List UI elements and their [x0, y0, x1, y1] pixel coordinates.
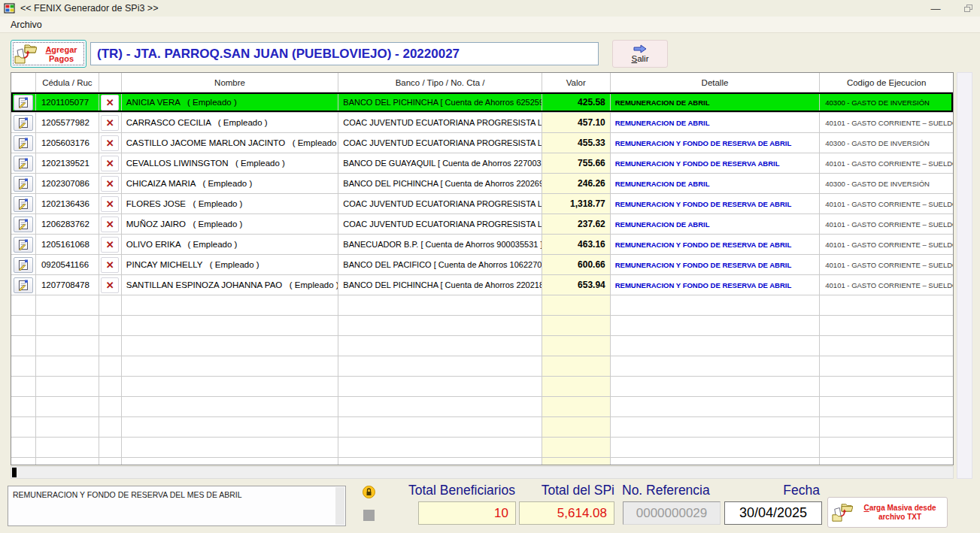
empty-cedula-cell [36, 438, 99, 457]
cell-banco: COAC JUVENTUD ECUATORIANA PROGRESISTA LT… [338, 214, 542, 234]
empty-cedula-cell [36, 458, 99, 465]
header-nombre: Nombre [122, 73, 339, 92]
empty-cedula-cell [36, 377, 99, 396]
table-row[interactable]: 1207708478✕SANTILLAN ESPINOZA JOHANNA PA… [11, 275, 953, 295]
edit-cell [11, 174, 36, 193]
empty-edit-cell [11, 316, 36, 335]
delete-row-button[interactable]: ✕ [101, 156, 119, 171]
cell-nombre: CARRASCO CECILIA ( Empleado ) [122, 113, 339, 132]
empty-row [11, 316, 953, 336]
table-row[interactable]: 1202307086✕CHICAIZA MARIA ( Empleado )BA… [11, 174, 953, 194]
app-icon [4, 2, 16, 14]
table-row[interactable]: 1205161068✕OLIVO ERIKA ( Empleado )BANEC… [11, 235, 953, 255]
referencia-label: No. Referencia [622, 483, 727, 498]
table-row[interactable]: 1202136436✕FLORES JOSE ( Empleado )COAC … [11, 194, 953, 214]
restore-button[interactable] [957, 0, 980, 17]
edit-row-button[interactable] [14, 115, 33, 131]
cell-banco: BANCO DEL PACIFICO [ Cuenta de Ahorros 1… [338, 255, 542, 274]
gray-toggle-box[interactable] [363, 510, 375, 521]
cell-detalle: REMUNERACION Y FONDO DE RESERVA DE ABRIL [611, 133, 821, 153]
cell-nombre: CHICAIZA MARIA ( Empleado ) [122, 174, 339, 193]
agregar-pagos-button[interactable]: Agregar Pagos [11, 40, 86, 68]
fecha-label: Fecha [724, 483, 820, 498]
cell-codigo: 40101 - GASTO CORRIENTE – SUELDOS [820, 153, 953, 173]
cell-valor: 755.66 [542, 153, 611, 173]
minimize-button[interactable]: — [924, 0, 948, 17]
descripcion-box[interactable]: REMUNERACION Y FONDO DE RESERVA DEL MES … [8, 486, 346, 526]
descripcion-scrollbar[interactable] [335, 487, 344, 525]
delete-row-button[interactable]: ✕ [101, 135, 119, 151]
table-row[interactable]: 1205603176✕CASTILLO JACOME MARLON JACINT… [11, 133, 953, 153]
edit-cell [11, 235, 36, 254]
empty-edit-cell [11, 397, 36, 416]
empty-valor-cell [542, 336, 611, 356]
cell-nombre: MUÑOZ JAIRO ( Empleado ) [122, 214, 339, 234]
delete-cell: ✕ [99, 133, 122, 153]
empty-detalle-cell [611, 356, 821, 376]
empty-banco-cell [338, 336, 542, 356]
delete-row-button[interactable]: ✕ [101, 237, 119, 253]
carga-masiva-button[interactable]: Carga Masiva desde archivo TXT [827, 497, 948, 528]
edit-cell [11, 275, 36, 295]
edit-row-button[interactable] [14, 237, 33, 253]
empty-nombre-cell [122, 438, 339, 457]
edit-row-button[interactable] [14, 196, 33, 212]
edit-row-button[interactable] [14, 135, 33, 151]
empty-delete-cell [99, 356, 122, 376]
edit-row-button[interactable] [14, 277, 33, 293]
empty-valor-cell [542, 458, 611, 465]
edit-cell [11, 255, 36, 274]
edit-row-button[interactable] [14, 217, 33, 232]
horizontal-scrollbar-thumb[interactable] [12, 468, 17, 477]
delete-cell: ✕ [99, 194, 122, 214]
delete-row-button[interactable]: ✕ [101, 176, 119, 192]
horizontal-scrollbar[interactable] [11, 466, 954, 479]
empty-row [11, 295, 953, 316]
empty-edit-cell [11, 295, 36, 315]
empty-valor-cell [542, 316, 611, 335]
delete-row-button[interactable]: ✕ [101, 277, 119, 293]
cell-valor: 455.33 [542, 133, 611, 153]
empty-cedula-cell [36, 417, 99, 437]
cell-detalle: REMUNERACION DE ABRIL [611, 214, 821, 234]
edit-row-button[interactable] [14, 257, 33, 273]
vertical-scrollbar[interactable] [957, 72, 972, 479]
edit-cell [11, 194, 36, 214]
empty-row [11, 438, 953, 458]
cell-valor: 1,318.77 [542, 194, 611, 214]
empty-banco-cell [338, 356, 542, 376]
empty-edit-cell [11, 417, 36, 437]
delete-row-button[interactable]: ✕ [101, 217, 119, 232]
entity-title-input[interactable] [90, 42, 599, 65]
delete-row-button[interactable]: ✕ [101, 95, 119, 111]
empty-valor-cell [542, 295, 611, 315]
empty-edit-cell [11, 356, 36, 376]
cell-cedula: 1205603176 [36, 133, 99, 153]
menu-archivo[interactable]: Archivo [8, 19, 45, 31]
delete-row-button[interactable]: ✕ [101, 115, 119, 131]
cell-codigo: 40101 - GASTO CORRIENTE – SUELDOS [820, 113, 953, 132]
delete-row-button[interactable]: ✕ [101, 196, 119, 212]
cell-detalle: REMUNERACION DE ABRIL [611, 92, 821, 112]
edit-cell [11, 133, 36, 153]
empty-nombre-cell [122, 295, 339, 315]
title-bar: << FENIX Generador de SPi3 >> [0, 0, 980, 17]
edit-row-button[interactable] [14, 156, 33, 171]
table-row[interactable]: 1202139521✕CEVALLOS LIWINSGTON ( Emplead… [11, 153, 953, 174]
empty-codigo-cell [820, 336, 953, 356]
empty-row [11, 417, 953, 438]
delete-row-button[interactable]: ✕ [101, 257, 119, 273]
empty-banco-cell [338, 397, 542, 416]
cell-nombre: CEVALLOS LIWINSGTON ( Empleado ) [122, 153, 339, 173]
fecha-value[interactable]: 30/04/2025 [724, 501, 822, 525]
edit-row-button[interactable] [14, 176, 33, 192]
salir-button[interactable]: Salir [612, 40, 668, 68]
edit-row-button[interactable] [14, 95, 33, 111]
delete-cell: ✕ [99, 113, 122, 132]
descripcion-text: REMUNERACION Y FONDO DE RESERVA DEL MES … [13, 490, 242, 499]
edit-row-icon [17, 198, 29, 210]
table-row[interactable]: 1201105077✕ANICIA VERA ( Empleado )BANCO… [11, 92, 953, 113]
table-row[interactable]: 1205577982✕CARRASCO CECILIA ( Empleado )… [11, 113, 953, 133]
table-row[interactable]: 0920541166✕PINCAY MICHELLY ( Empleado )B… [11, 255, 953, 275]
table-row[interactable]: 1206283762✕MUÑOZ JAIRO ( Empleado )COAC … [11, 214, 953, 235]
